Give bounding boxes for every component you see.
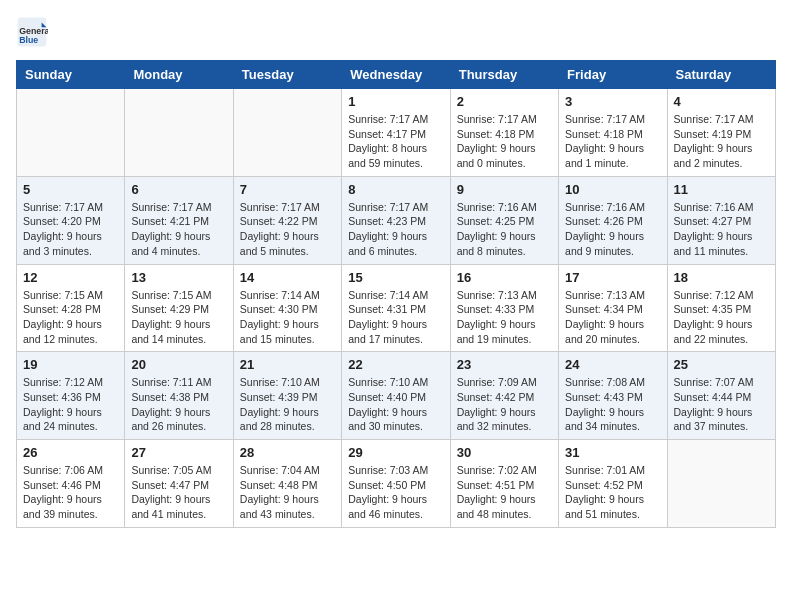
calendar-day-cell — [667, 440, 775, 528]
day-of-week-header: Thursday — [450, 61, 558, 89]
day-number: 1 — [348, 94, 443, 109]
day-info: Sunrise: 7:17 AM Sunset: 4:19 PM Dayligh… — [674, 112, 769, 171]
calendar-week-row: 12Sunrise: 7:15 AM Sunset: 4:28 PM Dayli… — [17, 264, 776, 352]
day-of-week-header: Wednesday — [342, 61, 450, 89]
calendar-day-cell: 26Sunrise: 7:06 AM Sunset: 4:46 PM Dayli… — [17, 440, 125, 528]
calendar-day-cell: 24Sunrise: 7:08 AM Sunset: 4:43 PM Dayli… — [559, 352, 667, 440]
calendar-day-cell: 5Sunrise: 7:17 AM Sunset: 4:20 PM Daylig… — [17, 176, 125, 264]
day-number: 22 — [348, 357, 443, 372]
day-number: 14 — [240, 270, 335, 285]
day-info: Sunrise: 7:12 AM Sunset: 4:35 PM Dayligh… — [674, 288, 769, 347]
calendar-day-cell: 10Sunrise: 7:16 AM Sunset: 4:26 PM Dayli… — [559, 176, 667, 264]
day-number: 6 — [131, 182, 226, 197]
calendar-week-row: 1Sunrise: 7:17 AM Sunset: 4:17 PM Daylig… — [17, 89, 776, 177]
calendar-day-cell: 22Sunrise: 7:10 AM Sunset: 4:40 PM Dayli… — [342, 352, 450, 440]
day-info: Sunrise: 7:15 AM Sunset: 4:29 PM Dayligh… — [131, 288, 226, 347]
day-info: Sunrise: 7:15 AM Sunset: 4:28 PM Dayligh… — [23, 288, 118, 347]
day-info: Sunrise: 7:13 AM Sunset: 4:34 PM Dayligh… — [565, 288, 660, 347]
day-info: Sunrise: 7:04 AM Sunset: 4:48 PM Dayligh… — [240, 463, 335, 522]
calendar-day-cell: 23Sunrise: 7:09 AM Sunset: 4:42 PM Dayli… — [450, 352, 558, 440]
day-number: 4 — [674, 94, 769, 109]
logo-icon: General Blue — [16, 16, 48, 48]
day-info: Sunrise: 7:01 AM Sunset: 4:52 PM Dayligh… — [565, 463, 660, 522]
calendar-day-cell: 27Sunrise: 7:05 AM Sunset: 4:47 PM Dayli… — [125, 440, 233, 528]
calendar-week-row: 5Sunrise: 7:17 AM Sunset: 4:20 PM Daylig… — [17, 176, 776, 264]
day-number: 3 — [565, 94, 660, 109]
calendar-day-cell: 4Sunrise: 7:17 AM Sunset: 4:19 PM Daylig… — [667, 89, 775, 177]
day-number: 15 — [348, 270, 443, 285]
calendar-day-cell: 14Sunrise: 7:14 AM Sunset: 4:30 PM Dayli… — [233, 264, 341, 352]
day-info: Sunrise: 7:02 AM Sunset: 4:51 PM Dayligh… — [457, 463, 552, 522]
calendar-day-cell: 30Sunrise: 7:02 AM Sunset: 4:51 PM Dayli… — [450, 440, 558, 528]
calendar-day-cell: 19Sunrise: 7:12 AM Sunset: 4:36 PM Dayli… — [17, 352, 125, 440]
day-info: Sunrise: 7:17 AM Sunset: 4:23 PM Dayligh… — [348, 200, 443, 259]
day-number: 8 — [348, 182, 443, 197]
calendar-table: SundayMondayTuesdayWednesdayThursdayFrid… — [16, 60, 776, 528]
day-info: Sunrise: 7:08 AM Sunset: 4:43 PM Dayligh… — [565, 375, 660, 434]
calendar-day-cell: 21Sunrise: 7:10 AM Sunset: 4:39 PM Dayli… — [233, 352, 341, 440]
day-info: Sunrise: 7:10 AM Sunset: 4:39 PM Dayligh… — [240, 375, 335, 434]
day-number: 23 — [457, 357, 552, 372]
calendar-day-cell — [17, 89, 125, 177]
day-number: 10 — [565, 182, 660, 197]
day-info: Sunrise: 7:10 AM Sunset: 4:40 PM Dayligh… — [348, 375, 443, 434]
day-info: Sunrise: 7:17 AM Sunset: 4:18 PM Dayligh… — [457, 112, 552, 171]
day-of-week-header: Saturday — [667, 61, 775, 89]
day-number: 30 — [457, 445, 552, 460]
calendar-day-cell: 25Sunrise: 7:07 AM Sunset: 4:44 PM Dayli… — [667, 352, 775, 440]
day-number: 9 — [457, 182, 552, 197]
day-number: 21 — [240, 357, 335, 372]
day-info: Sunrise: 7:09 AM Sunset: 4:42 PM Dayligh… — [457, 375, 552, 434]
day-info: Sunrise: 7:05 AM Sunset: 4:47 PM Dayligh… — [131, 463, 226, 522]
calendar-header-row: SundayMondayTuesdayWednesdayThursdayFrid… — [17, 61, 776, 89]
calendar-day-cell: 1Sunrise: 7:17 AM Sunset: 4:17 PM Daylig… — [342, 89, 450, 177]
day-number: 5 — [23, 182, 118, 197]
day-number: 27 — [131, 445, 226, 460]
day-of-week-header: Monday — [125, 61, 233, 89]
day-number: 28 — [240, 445, 335, 460]
day-info: Sunrise: 7:07 AM Sunset: 4:44 PM Dayligh… — [674, 375, 769, 434]
calendar-day-cell: 6Sunrise: 7:17 AM Sunset: 4:21 PM Daylig… — [125, 176, 233, 264]
day-number: 7 — [240, 182, 335, 197]
calendar-day-cell: 31Sunrise: 7:01 AM Sunset: 4:52 PM Dayli… — [559, 440, 667, 528]
day-number: 16 — [457, 270, 552, 285]
calendar-week-row: 26Sunrise: 7:06 AM Sunset: 4:46 PM Dayli… — [17, 440, 776, 528]
day-number: 13 — [131, 270, 226, 285]
day-info: Sunrise: 7:16 AM Sunset: 4:25 PM Dayligh… — [457, 200, 552, 259]
calendar-day-cell: 13Sunrise: 7:15 AM Sunset: 4:29 PM Dayli… — [125, 264, 233, 352]
day-number: 26 — [23, 445, 118, 460]
day-number: 12 — [23, 270, 118, 285]
calendar-day-cell — [233, 89, 341, 177]
day-info: Sunrise: 7:17 AM Sunset: 4:21 PM Dayligh… — [131, 200, 226, 259]
day-number: 20 — [131, 357, 226, 372]
day-info: Sunrise: 7:03 AM Sunset: 4:50 PM Dayligh… — [348, 463, 443, 522]
calendar-day-cell: 15Sunrise: 7:14 AM Sunset: 4:31 PM Dayli… — [342, 264, 450, 352]
day-of-week-header: Sunday — [17, 61, 125, 89]
day-info: Sunrise: 7:16 AM Sunset: 4:26 PM Dayligh… — [565, 200, 660, 259]
day-info: Sunrise: 7:16 AM Sunset: 4:27 PM Dayligh… — [674, 200, 769, 259]
logo: General Blue — [16, 16, 48, 48]
calendar-day-cell: 7Sunrise: 7:17 AM Sunset: 4:22 PM Daylig… — [233, 176, 341, 264]
day-of-week-header: Friday — [559, 61, 667, 89]
day-info: Sunrise: 7:06 AM Sunset: 4:46 PM Dayligh… — [23, 463, 118, 522]
calendar-day-cell: 12Sunrise: 7:15 AM Sunset: 4:28 PM Dayli… — [17, 264, 125, 352]
calendar-day-cell: 2Sunrise: 7:17 AM Sunset: 4:18 PM Daylig… — [450, 89, 558, 177]
day-number: 17 — [565, 270, 660, 285]
day-info: Sunrise: 7:12 AM Sunset: 4:36 PM Dayligh… — [23, 375, 118, 434]
svg-text:Blue: Blue — [19, 35, 38, 45]
day-number: 18 — [674, 270, 769, 285]
calendar-day-cell: 17Sunrise: 7:13 AM Sunset: 4:34 PM Dayli… — [559, 264, 667, 352]
day-number: 25 — [674, 357, 769, 372]
calendar-day-cell: 28Sunrise: 7:04 AM Sunset: 4:48 PM Dayli… — [233, 440, 341, 528]
day-number: 11 — [674, 182, 769, 197]
calendar-day-cell — [125, 89, 233, 177]
calendar-day-cell: 16Sunrise: 7:13 AM Sunset: 4:33 PM Dayli… — [450, 264, 558, 352]
day-info: Sunrise: 7:13 AM Sunset: 4:33 PM Dayligh… — [457, 288, 552, 347]
calendar-day-cell: 9Sunrise: 7:16 AM Sunset: 4:25 PM Daylig… — [450, 176, 558, 264]
day-number: 31 — [565, 445, 660, 460]
day-info: Sunrise: 7:14 AM Sunset: 4:31 PM Dayligh… — [348, 288, 443, 347]
calendar-week-row: 19Sunrise: 7:12 AM Sunset: 4:36 PM Dayli… — [17, 352, 776, 440]
day-of-week-header: Tuesday — [233, 61, 341, 89]
day-info: Sunrise: 7:17 AM Sunset: 4:20 PM Dayligh… — [23, 200, 118, 259]
day-info: Sunrise: 7:11 AM Sunset: 4:38 PM Dayligh… — [131, 375, 226, 434]
